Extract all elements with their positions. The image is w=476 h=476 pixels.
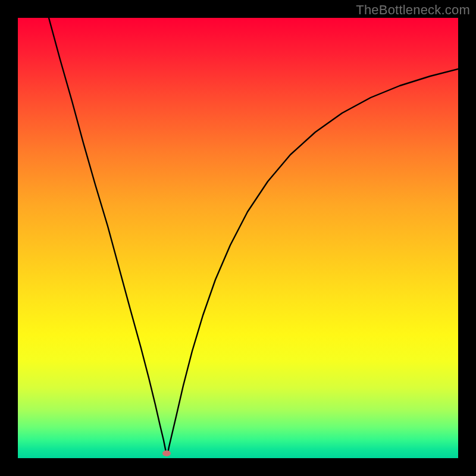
bottleneck-curve — [18, 18, 458, 458]
curve-path — [49, 18, 458, 455]
attribution-text: TheBottleneck.com — [356, 2, 470, 18]
plot-area — [18, 18, 458, 458]
chart-frame: TheBottleneck.com — [0, 0, 476, 476]
optimum-marker — [162, 450, 171, 456]
